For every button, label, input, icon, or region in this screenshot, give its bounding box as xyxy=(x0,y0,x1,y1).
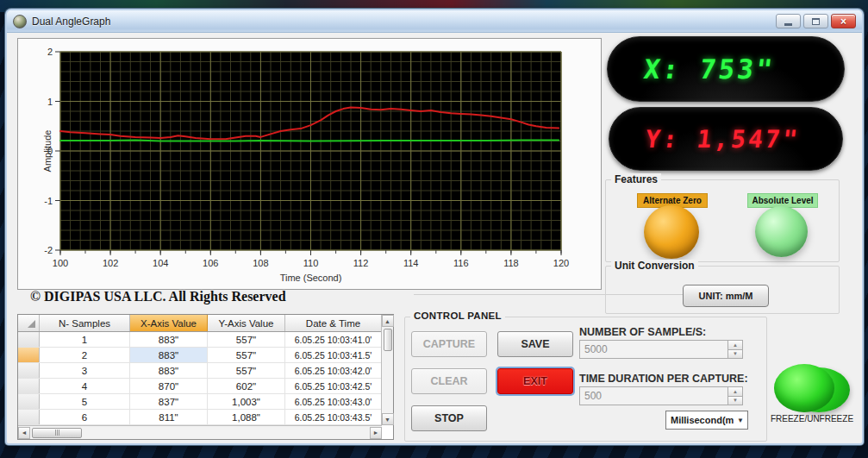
copyright-text: © DIGIPAS USA LLC. All Rights Reserved xyxy=(30,289,286,304)
svg-text:Time (Second): Time (Second) xyxy=(280,273,342,283)
time-duration-spinner[interactable]: 500 ▲ ▼ xyxy=(579,386,743,405)
x-angle-value: X: 753" xyxy=(606,53,777,85)
number-of-samples-value[interactable]: 5000 xyxy=(580,343,727,355)
row-header[interactable] xyxy=(18,394,40,409)
unit-button[interactable]: UNIT: mm/M xyxy=(683,285,769,307)
save-button[interactable]: SAVE xyxy=(497,331,573,357)
table-cell[interactable]: 3 xyxy=(40,363,130,378)
absolute-level-button[interactable] xyxy=(755,206,808,257)
table-cell[interactable]: 811" xyxy=(130,410,208,424)
table-cell[interactable]: 2 xyxy=(40,348,130,362)
row-header[interactable] xyxy=(18,379,40,393)
table-cell[interactable]: 6 xyxy=(40,410,130,424)
app-icon xyxy=(13,15,27,28)
table-cell[interactable]: 1 xyxy=(40,332,130,347)
minimize-button[interactable] xyxy=(776,14,801,28)
table-cell[interactable]: 883" xyxy=(130,363,208,378)
row-header[interactable] xyxy=(18,332,40,347)
svg-text:116: 116 xyxy=(453,258,469,268)
vertical-scroll-thumb[interactable] xyxy=(384,329,392,351)
time-unit-dropdown[interactable]: Millisecond(ms ▼ xyxy=(665,411,748,430)
table-cell[interactable]: 6.05.25 10:03:42.0' xyxy=(285,363,382,378)
maximize-button[interactable] xyxy=(803,14,828,28)
row-header[interactable] xyxy=(18,348,40,362)
scroll-down-icon[interactable]: ▼ xyxy=(382,413,394,425)
table-cell[interactable]: 557" xyxy=(208,363,285,378)
scroll-up-icon[interactable]: ▲ xyxy=(382,315,394,327)
column-header-datetime[interactable]: Date & Time xyxy=(285,315,382,331)
scroll-right-icon[interactable]: ► xyxy=(370,427,382,439)
freeze-label: FREEZE/UNFREEZE xyxy=(755,414,868,423)
exit-button[interactable]: EXIT xyxy=(497,368,573,394)
table-cell[interactable]: 6.05.25 10:03:43.0' xyxy=(285,394,382,409)
angle-graph-chart: 100102104106108110112114116118120210-1-2… xyxy=(17,38,602,290)
y-angle-value: Y: 1,547" xyxy=(608,125,802,154)
capture-button[interactable]: CAPTURE xyxy=(411,331,487,357)
svg-text:110: 110 xyxy=(303,258,319,268)
svg-text:104: 104 xyxy=(153,258,168,268)
table-cell[interactable]: 883" xyxy=(130,348,208,362)
alternate-zero-button[interactable] xyxy=(644,205,699,259)
spin-down-icon[interactable]: ▼ xyxy=(728,397,742,405)
table-cell[interactable]: 557" xyxy=(208,332,285,347)
time-unit-value: Millisecond(ms xyxy=(666,415,734,425)
table-horizontal-scrollbar[interactable]: ◄ ► xyxy=(18,425,382,439)
column-header-y-axis[interactable]: Y-Axis Value xyxy=(208,315,285,331)
title-bar[interactable]: Dual AngleGraph × xyxy=(7,10,862,33)
stop-button[interactable]: STOP xyxy=(411,405,487,431)
table-row[interactable]: 5837"1,003"6.05.25 10:03:43.0' xyxy=(18,394,393,410)
table-cell[interactable]: 1,088" xyxy=(208,410,285,424)
table-cell[interactable]: 883" xyxy=(130,332,208,347)
table-row[interactable]: 2883"557"6.05.25 10:03:41.5' xyxy=(18,348,393,363)
table-cell[interactable]: 602" xyxy=(208,379,285,393)
svg-text:100: 100 xyxy=(53,258,68,268)
row-header[interactable] xyxy=(18,363,40,378)
corner-triangle-icon xyxy=(28,320,35,328)
table-row[interactable]: 3883"557"6.05.25 10:03:42.0' xyxy=(18,363,393,379)
table-cell[interactable]: 5 xyxy=(40,394,130,409)
number-of-samples-spinner[interactable]: 5000 ▲ ▼ xyxy=(579,340,743,359)
minimize-icon xyxy=(784,23,792,26)
table-row[interactable]: 1883"557"6.05.25 10:03:41.0' xyxy=(18,332,393,348)
svg-text:108: 108 xyxy=(253,258,268,268)
table-select-all-corner[interactable] xyxy=(18,315,40,331)
horizontal-scroll-thumb[interactable] xyxy=(32,428,82,438)
chevron-down-icon: ▼ xyxy=(734,417,747,424)
column-header-x-axis[interactable]: X-Axis Value xyxy=(130,315,208,331)
svg-text:102: 102 xyxy=(103,258,118,268)
svg-text:-2: -2 xyxy=(44,245,53,255)
clear-button[interactable]: CLEAR xyxy=(411,368,487,394)
scroll-left-icon[interactable]: ◄ xyxy=(18,427,30,439)
table-cell[interactable]: 6.05.25 10:03:42.5' xyxy=(285,379,382,393)
row-header[interactable] xyxy=(18,410,40,424)
close-icon: × xyxy=(840,16,846,27)
table-header-row: N- Samples X-Axis Value Y-Axis Value Dat… xyxy=(18,315,393,332)
freeze-toggle-knob[interactable] xyxy=(774,364,834,412)
table-cell[interactable]: 837" xyxy=(130,394,208,409)
table-cell[interactable]: 6.05.25 10:03:41.0' xyxy=(285,332,382,347)
table-cell[interactable]: 6.05.25 10:03:43.5' xyxy=(285,410,382,424)
spin-down-icon[interactable]: ▼ xyxy=(728,350,742,359)
svg-text:Amplitude: Amplitude xyxy=(42,130,53,173)
table-cell[interactable]: 6.05.25 10:03:41.5' xyxy=(285,348,382,362)
maximize-icon xyxy=(812,18,820,25)
table-row[interactable]: 6811"1,088"6.05.25 10:03:43.5' xyxy=(18,410,393,425)
table-cell[interactable]: 4 xyxy=(40,379,130,393)
table-cell[interactable]: 557" xyxy=(208,348,285,362)
table-row[interactable]: 4870"602"6.05.25 10:03:42.5' xyxy=(18,379,393,394)
spin-up-icon[interactable]: ▲ xyxy=(728,387,742,397)
svg-text:120: 120 xyxy=(553,258,569,268)
time-duration-label: TIME DURATION PER CAPTURE: xyxy=(579,373,748,385)
svg-text:1: 1 xyxy=(47,97,53,107)
time-duration-value[interactable]: 500 xyxy=(580,390,727,402)
spin-up-icon[interactable]: ▲ xyxy=(728,341,742,350)
svg-text:-1: -1 xyxy=(44,196,53,206)
close-button[interactable]: × xyxy=(831,14,856,28)
column-header-n-samples[interactable]: N- Samples xyxy=(40,315,130,331)
freeze-toggle[interactable]: FREEZE/UNFREEZE xyxy=(767,359,857,426)
table-vertical-scrollbar[interactable]: ▲ ▼ xyxy=(381,315,393,425)
table-cell[interactable]: 1,003" xyxy=(208,394,285,409)
svg-text:114: 114 xyxy=(403,258,419,268)
table-cell[interactable]: 870" xyxy=(130,379,208,393)
control-panel-title: CONTROL PANEL xyxy=(410,311,505,321)
